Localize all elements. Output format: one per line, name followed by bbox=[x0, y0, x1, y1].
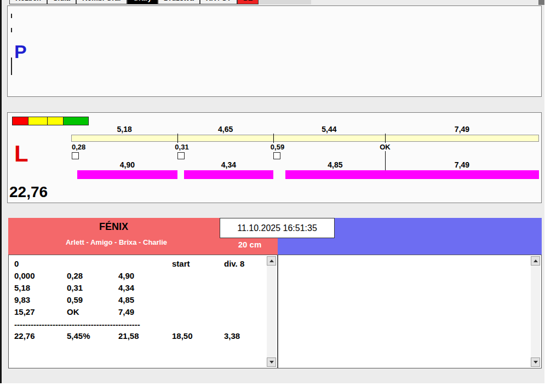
lap-time-chart: 5,180,284,904,650,314,345,440,594,857,49… bbox=[71, 123, 539, 191]
team-name: FÉNIX bbox=[8, 221, 219, 233]
results-cell bbox=[172, 307, 224, 319]
results-row: 0startdiv. 8 bbox=[14, 258, 264, 270]
status-light-red bbox=[12, 117, 28, 125]
status-light-yellow-1 bbox=[28, 117, 48, 125]
segment-divider-tick bbox=[177, 134, 178, 143]
results-cell: 0 bbox=[14, 258, 67, 270]
results-row: 0,0000,284,90 bbox=[14, 270, 264, 283]
tab-kk-st[interactable]: KK / ST bbox=[200, 0, 237, 4]
results-row: 9,830,594,85 bbox=[14, 295, 264, 307]
lap-time-bar bbox=[184, 170, 273, 179]
results-cell: 0,31 bbox=[67, 283, 118, 295]
results-cell: 18,50 bbox=[172, 331, 224, 343]
results-cell: 5,18 bbox=[14, 283, 67, 295]
results-cell: 4,85 bbox=[118, 295, 172, 307]
detail-scrollbar[interactable] bbox=[531, 256, 540, 367]
results-cell bbox=[224, 283, 264, 295]
results-cell: OK bbox=[67, 307, 118, 319]
results-cell: 9,83 bbox=[14, 295, 67, 307]
split-time-label: 7,49 bbox=[385, 125, 539, 134]
tab-dru-stva[interactable]: Družstva bbox=[158, 0, 200, 4]
exchange-time-label: 0,31 bbox=[175, 143, 188, 151]
results-cell bbox=[172, 270, 224, 283]
scroll-up-button[interactable] bbox=[531, 256, 540, 266]
results-cell bbox=[224, 270, 264, 283]
lap-time-bar bbox=[77, 170, 178, 179]
axis-tick bbox=[11, 57, 12, 75]
exchange-time-label: 0,59 bbox=[271, 143, 284, 151]
exchange-checkbox[interactable] bbox=[72, 152, 79, 159]
scroll-down-button[interactable] bbox=[267, 358, 276, 367]
split-time-bar bbox=[71, 135, 539, 142]
results-cell: 15,27 bbox=[14, 307, 67, 319]
exchange-time-label: OK bbox=[380, 143, 391, 151]
lap-time-label: 4,85 bbox=[285, 161, 385, 169]
results-cell bbox=[172, 283, 224, 295]
scroll-down-button[interactable] bbox=[531, 358, 540, 367]
results-cell: 0,59 bbox=[67, 295, 118, 307]
scroll-up-button[interactable] bbox=[267, 256, 276, 266]
arrow-up-icon bbox=[533, 260, 538, 262]
results-cell: div. 8 bbox=[224, 258, 264, 270]
results-cell bbox=[118, 258, 172, 270]
results-cell: 7,49 bbox=[118, 307, 172, 319]
tab-rozb-h[interactable]: Rozběh bbox=[9, 0, 47, 4]
results-cell: 4,90 bbox=[118, 270, 172, 283]
segment-divider-tick bbox=[273, 134, 274, 143]
results-cell bbox=[67, 258, 118, 270]
results-cell: 3,38 bbox=[224, 331, 264, 343]
results-row: 5,180,314,34 bbox=[14, 283, 264, 295]
window-top-right-gutter bbox=[538, 0, 544, 5]
arrow-down-icon bbox=[533, 361, 538, 364]
lane-l-label: L bbox=[14, 142, 28, 165]
results-cell bbox=[224, 307, 264, 319]
split-time-label: 4,65 bbox=[177, 125, 273, 134]
split-time-label: 5,44 bbox=[273, 125, 385, 134]
datetime-label: 11.10.2025 16:51:35 bbox=[220, 218, 335, 238]
detail-panel bbox=[278, 255, 542, 368]
split-time-label: 5,18 bbox=[71, 125, 177, 134]
lap-time-label: 4,90 bbox=[77, 161, 178, 169]
tab-s-dla[interactable]: Sídla bbox=[47, 0, 76, 4]
lap-time-bar bbox=[385, 170, 539, 179]
results-cell: 0,28 bbox=[67, 270, 118, 283]
results-row: 15,27OK7,49 bbox=[14, 307, 264, 319]
lane-p-label: P bbox=[14, 41, 27, 62]
results-cell: 4,34 bbox=[118, 283, 172, 295]
results-scrollbar[interactable] bbox=[267, 256, 276, 367]
segment-divider-tick bbox=[385, 134, 386, 143]
results-cell: 5,45% bbox=[67, 331, 118, 343]
tab-bar: RozběhSídlaKombi GrafGrafyDružstvaKK / S… bbox=[9, 0, 311, 4]
results-cell: 22,76 bbox=[14, 331, 67, 343]
results-cell bbox=[224, 295, 264, 307]
exchange-time-label: 0,28 bbox=[72, 143, 85, 151]
results-panel: 0startdiv. 80,0000,284,905,180,314,349,8… bbox=[8, 255, 278, 368]
status-light-yellow-2 bbox=[47, 117, 64, 125]
results-cell: start bbox=[172, 258, 224, 270]
arrow-up-icon bbox=[269, 260, 274, 262]
results-summary-row: 22,765,45%21,5818,503,38 bbox=[14, 331, 264, 343]
results-text: 0startdiv. 80,0000,284,905,180,314,349,8… bbox=[14, 258, 264, 343]
tab-dz[interactable]: DZ bbox=[237, 0, 259, 4]
arrow-down-icon bbox=[269, 361, 274, 364]
axis-tick bbox=[11, 28, 12, 32]
lap-time-bar bbox=[285, 170, 385, 179]
lane-l-panel: L 22,76 5,180,284,904,650,314,345,440,59… bbox=[7, 112, 542, 203]
axis-tick bbox=[11, 14, 12, 18]
tabbar-filler bbox=[259, 0, 311, 4]
category-label: 20 cm bbox=[220, 240, 280, 249]
exchange-checkbox[interactable] bbox=[273, 152, 280, 159]
lap-time-label: 7,49 bbox=[385, 161, 539, 169]
lap-time-label: 4,34 bbox=[184, 161, 273, 169]
exchange-checkbox[interactable] bbox=[177, 152, 185, 159]
lane-p-panel: P bbox=[7, 5, 542, 97]
team-members: Arlett - Amigo - Brixa - Charlie bbox=[8, 238, 225, 246]
results-divider: ----------------------------------------… bbox=[14, 319, 170, 331]
tab-kombi-graf[interactable]: Kombi Graf bbox=[76, 0, 127, 4]
results-cell: 0,000 bbox=[14, 270, 67, 283]
tab-grafy[interactable]: Grafy bbox=[127, 0, 158, 4]
app-window: RozběhSídlaKombi GrafGrafyDružstvaKK / S… bbox=[0, 0, 544, 383]
results-cell: 21,58 bbox=[118, 331, 172, 343]
lane-l-total-time: 22,76 bbox=[9, 184, 48, 200]
results-cell bbox=[172, 295, 224, 307]
